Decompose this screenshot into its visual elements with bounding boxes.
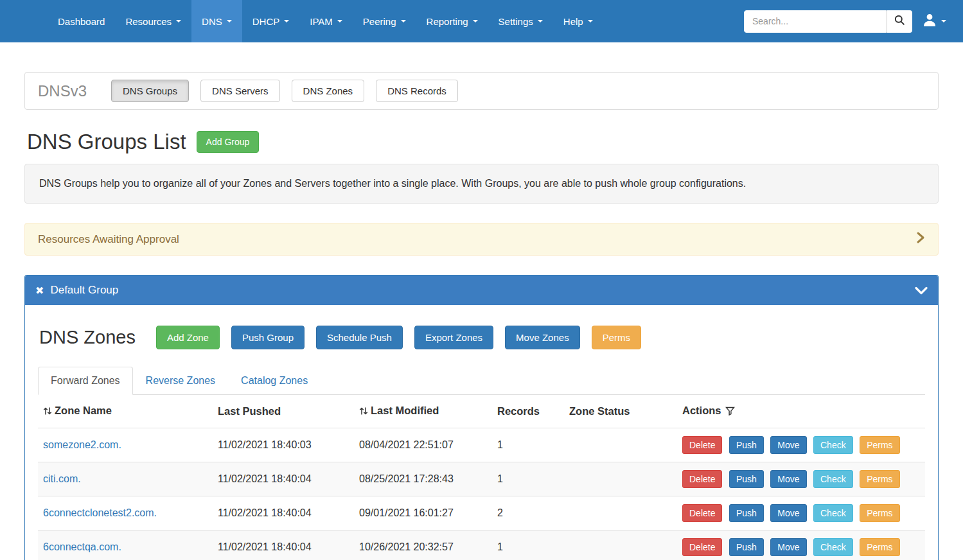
add-zone-button[interactable]: Add Zone	[156, 326, 220, 349]
chevron-down-icon	[284, 20, 289, 22]
check-button[interactable]: Check	[813, 436, 853, 454]
page-title: DNS Groups List	[27, 130, 186, 154]
header-last-pushed[interactable]: Last Pushed	[213, 395, 354, 428]
zone-tabs: Forward Zones Reverse Zones Catalog Zone…	[38, 367, 925, 395]
nav-dhcp[interactable]: DHCP	[242, 0, 300, 42]
chevron-down-icon	[941, 20, 946, 22]
nav-items: Dashboard Resources DNS DHCP IPAM Peerin…	[48, 0, 603, 42]
delete-button[interactable]: Delete	[682, 436, 722, 454]
zones-table: Zone Name Last Pushed Last Modified Reco…	[38, 395, 925, 560]
last-pushed-cell: 11/02/2021 18:40:04	[213, 462, 354, 496]
export-zones-button[interactable]: Export Zones	[414, 326, 493, 349]
dns-servers-button[interactable]: DNS Servers	[200, 80, 280, 102]
move-button[interactable]: Move	[770, 504, 806, 522]
filter-icon[interactable]	[725, 406, 735, 417]
perms-button[interactable]: Perms	[592, 326, 641, 349]
move-zones-button[interactable]: Move Zones	[505, 326, 580, 349]
tab-forward-zones[interactable]: Forward Zones	[38, 367, 133, 395]
push-button[interactable]: Push	[729, 436, 764, 454]
perms-row-button[interactable]: Perms	[860, 538, 899, 556]
move-button[interactable]: Move	[770, 538, 806, 556]
push-group-button[interactable]: Push Group	[231, 326, 305, 349]
subnav-title: DNSv3	[38, 82, 87, 100]
nav-dns[interactable]: DNS	[191, 0, 242, 42]
nav-reporting[interactable]: Reporting	[416, 0, 488, 42]
move-button[interactable]: Move	[770, 436, 806, 454]
chevron-down-icon	[401, 20, 406, 22]
nav-label: DNS	[202, 16, 222, 27]
nav-right	[744, 0, 963, 42]
chevron-down-icon[interactable]	[915, 286, 928, 295]
search-group	[744, 10, 912, 33]
dnsv3-subnav: DNSv3 DNS Groups DNS Servers DNS Zones D…	[24, 72, 939, 110]
perms-row-button[interactable]: Perms	[860, 504, 899, 522]
nav-peering[interactable]: Peering	[353, 0, 416, 42]
close-icon[interactable]: ✖	[35, 284, 44, 297]
nav-label: Peering	[363, 16, 396, 27]
tab-reverse-zones[interactable]: Reverse Zones	[133, 367, 229, 395]
push-button[interactable]: Push	[729, 538, 764, 556]
search-button[interactable]	[887, 10, 912, 33]
title-row: DNS Groups List Add Group	[24, 130, 939, 154]
zone-link[interactable]: somezone2.com.	[43, 439, 121, 450]
zone-link[interactable]: 6connectqa.com.	[43, 541, 121, 552]
perms-row-button[interactable]: Perms	[860, 436, 899, 454]
schedule-push-button[interactable]: Schedule Push	[316, 326, 403, 349]
dns-zones-button[interactable]: DNS Zones	[292, 80, 365, 102]
records-cell: 1	[492, 428, 564, 462]
header-label: Last Modified	[371, 405, 439, 416]
check-button[interactable]: Check	[813, 538, 853, 556]
nav-label: Help	[563, 16, 583, 27]
chevron-down-icon	[588, 20, 593, 22]
actions-cell: Delete Push Move Check Perms	[677, 428, 925, 462]
search-input[interactable]	[744, 10, 887, 33]
zone-link[interactable]: citi.com.	[43, 473, 81, 484]
delete-button[interactable]: Delete	[682, 504, 722, 522]
actions-cell: Delete Push Move Check Perms	[677, 496, 925, 530]
group-title: Default Group	[50, 284, 118, 297]
chevron-down-icon	[337, 20, 342, 22]
records-cell: 1	[492, 530, 564, 560]
check-button[interactable]: Check	[813, 470, 853, 488]
header-label: Zone Name	[55, 405, 112, 416]
header-last-modified[interactable]: Last Modified	[354, 395, 492, 428]
default-group-header[interactable]: ✖ Default Group	[25, 276, 938, 305]
push-button[interactable]: Push	[729, 504, 764, 522]
nav-label: Reporting	[427, 16, 468, 27]
delete-button[interactable]: Delete	[682, 470, 722, 488]
nav-dashboard[interactable]: Dashboard	[48, 0, 115, 42]
header-zone-name[interactable]: Zone Name	[38, 395, 213, 428]
approval-panel[interactable]: Resources Awaiting Approval	[24, 223, 939, 256]
chevron-down-icon	[227, 20, 232, 22]
nav-label: DHCP	[252, 16, 280, 27]
nav-resources[interactable]: Resources	[115, 0, 191, 42]
nav-label: IPAM	[310, 16, 333, 27]
table-header-row: Zone Name Last Pushed Last Modified Reco…	[38, 395, 925, 428]
dns-groups-button[interactable]: DNS Groups	[111, 80, 189, 102]
table-row: 6connectqa.com. 11/02/2021 18:40:04 10/2…	[38, 530, 925, 560]
nav-settings[interactable]: Settings	[488, 0, 553, 42]
move-button[interactable]: Move	[770, 470, 806, 488]
header-zone-status: Zone Status	[564, 395, 677, 428]
nav-label: Dashboard	[58, 16, 105, 27]
zone-link[interactable]: 6connectclonetest2.com.	[43, 507, 157, 518]
user-menu[interactable]	[912, 13, 957, 30]
nav-label: Settings	[499, 16, 533, 27]
table-row: somezone2.com. 11/02/2021 18:40:03 08/04…	[38, 428, 925, 462]
zone-status-cell	[564, 530, 677, 560]
zone-status-cell	[564, 428, 677, 462]
add-group-button[interactable]: Add Group	[197, 131, 260, 153]
perms-row-button[interactable]: Perms	[860, 470, 899, 488]
records-cell: 2	[492, 496, 564, 530]
header-label: Actions	[682, 405, 721, 416]
dns-records-button[interactable]: DNS Records	[376, 80, 458, 102]
delete-button[interactable]: Delete	[682, 538, 722, 556]
nav-label: Resources	[125, 16, 172, 27]
tab-catalog-zones[interactable]: Catalog Zones	[228, 367, 321, 395]
push-button[interactable]: Push	[729, 470, 764, 488]
check-button[interactable]: Check	[813, 504, 853, 522]
zone-status-cell	[564, 462, 677, 496]
nav-ipam[interactable]: IPAM	[299, 0, 353, 42]
nav-help[interactable]: Help	[553, 0, 603, 42]
chevron-down-icon	[176, 20, 181, 22]
